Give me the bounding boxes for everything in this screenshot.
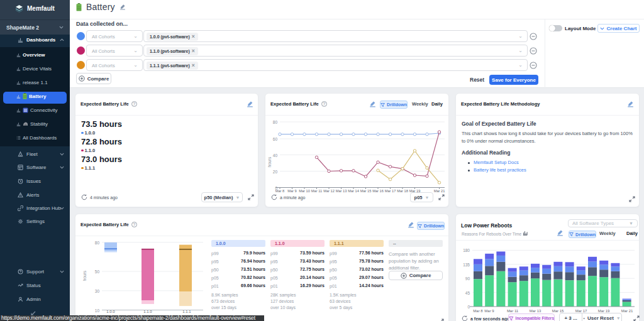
svg-text:Mar 21: Mar 21 [621, 309, 633, 313]
svg-text:10: 10 [95, 308, 100, 313]
svg-text:80: 80 [273, 120, 278, 124]
svg-text:80: 80 [95, 241, 100, 245]
svg-text:hours: hours [82, 270, 87, 281]
svg-text:30: 30 [95, 289, 100, 293]
svg-text:0: 0 [467, 305, 470, 309]
svg-text:hours: hours [267, 156, 272, 167]
svg-text:60: 60 [273, 137, 278, 141]
svg-text:40: 40 [273, 153, 278, 158]
svg-text:Mar 9: Mar 9 [484, 309, 494, 313]
svg-text:1.1.1: 1.1.1 [182, 310, 191, 313]
svg-text:135: 135 [463, 263, 470, 267]
svg-text:Mar 13: Mar 13 [530, 309, 541, 313]
svg-text:Mar 8: Mar 8 [473, 309, 483, 313]
svg-text:1.1.0: 1.1.0 [143, 310, 152, 313]
svg-text:90: 90 [465, 276, 470, 281]
svg-text:20: 20 [273, 170, 278, 174]
svg-text:1.0.0: 1.0.0 [106, 310, 115, 313]
svg-text:Mar 11: Mar 11 [507, 309, 519, 313]
svg-text:45: 45 [465, 291, 470, 295]
svg-text:50: 50 [95, 269, 100, 274]
svg-text:180: 180 [463, 248, 470, 253]
